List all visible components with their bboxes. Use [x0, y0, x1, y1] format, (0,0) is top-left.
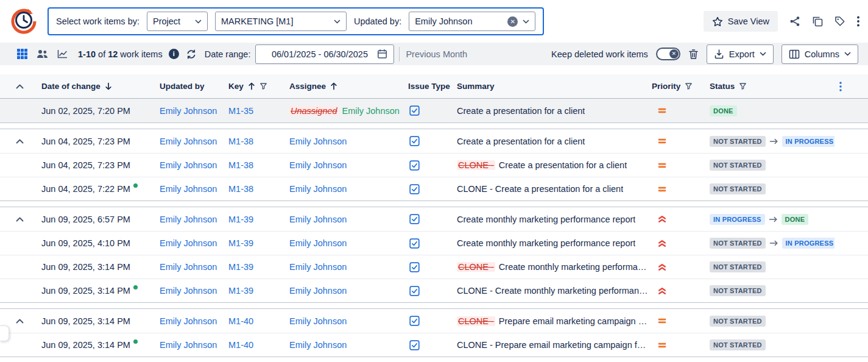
assignee-link[interactable]: Emily Johnson	[289, 184, 347, 194]
task-checkbox-icon	[409, 160, 420, 171]
updated-by-link[interactable]: Emily Johnson	[160, 184, 217, 194]
filter-type-select[interactable]: Project	[147, 12, 208, 31]
updated-by-link[interactable]: Emily Johnson	[160, 316, 217, 326]
clear-icon[interactable]: ✕	[507, 16, 518, 27]
sort-desc-icon[interactable]	[105, 82, 112, 90]
assignee-link[interactable]: Emily Johnson	[289, 137, 347, 146]
chevron-down-icon	[195, 20, 202, 24]
floating-widget[interactable]	[0, 325, 9, 341]
table-options-kebab-icon[interactable]	[834, 82, 868, 91]
project-select[interactable]: MARKETING [M1]	[215, 12, 347, 31]
priority-high-icon	[658, 287, 666, 295]
key-link[interactable]: M1-39	[228, 286, 253, 296]
assignee-link[interactable]: Emily Johnson	[289, 340, 347, 350]
tag-icon[interactable]	[834, 16, 845, 27]
info-icon[interactable]: i	[169, 49, 179, 59]
export-button[interactable]: Export	[707, 44, 774, 64]
updated-by-link[interactable]: Emily Johnson	[160, 160, 217, 170]
updated-by-link[interactable]: Emily Johnson	[160, 262, 217, 272]
table-row[interactable]: Jun 09, 2025, 3:14 PMEmily JohnsonM1-40E…	[0, 309, 868, 333]
row-end-cell	[834, 154, 868, 177]
chevron-down-icon	[760, 52, 766, 56]
key-link[interactable]: M1-40	[228, 340, 253, 350]
key-link[interactable]: M1-39	[228, 262, 253, 272]
updated-by-link[interactable]: Emily Johnson	[160, 106, 217, 116]
assignee-link[interactable]: Emily Johnson	[289, 160, 347, 170]
assignee-link[interactable]: Emily Johnson	[289, 262, 347, 272]
date-of-change: Jun 09, 2025, 3:14 PM	[39, 279, 157, 302]
issue-type-cell	[406, 177, 454, 201]
assignee-link[interactable]: Emily Johnson	[289, 215, 347, 224]
previous-month-link[interactable]: Previous Month	[406, 49, 467, 59]
app-logo-icon[interactable]	[10, 7, 38, 35]
duplicate-icon[interactable]	[812, 16, 823, 27]
work-item-filter-panel: Select work items by: Project MARKETING …	[48, 7, 544, 35]
table-row[interactable]: Jun 02, 2025, 7:20 PMEmily JohnsonM1-35U…	[0, 99, 868, 122]
assignee-link[interactable]: Emily Johnson	[289, 286, 347, 296]
col-status: Status	[710, 82, 735, 91]
refresh-icon[interactable]	[186, 49, 196, 59]
date-text: Jun 09, 2025, 3:14 PM	[41, 262, 130, 272]
assignee-link[interactable]: Emily Johnson	[289, 238, 347, 248]
priority-cell	[649, 129, 707, 153]
filter-icon[interactable]	[739, 82, 747, 90]
collapse-group-icon[interactable]	[16, 319, 24, 324]
key-link[interactable]: M1-38	[228, 160, 253, 170]
status-cell: NOT STARTED	[707, 333, 834, 357]
date-text: Jun 04, 2025, 7:23 PM	[41, 160, 130, 170]
work-item-count: 1-10 of 12 work items	[78, 49, 163, 59]
col-assignee: Assignee	[289, 82, 326, 91]
status-cell: NOT STARTEDIN PROGRESS	[707, 232, 834, 255]
task-checkbox-icon	[409, 214, 420, 224]
calendar-icon[interactable]	[377, 49, 387, 59]
task-checkbox-icon	[409, 105, 420, 116]
key-link[interactable]: M1-38	[228, 137, 253, 146]
key-link[interactable]: M1-39	[228, 215, 253, 224]
table-row[interactable]: Jun 04, 2025, 7:23 PMEmily JohnsonM1-38E…	[0, 153, 868, 177]
collapse-all-icon[interactable]	[0, 84, 39, 89]
updated-by-link[interactable]: Emily Johnson	[160, 340, 217, 350]
table-row[interactable]: Jun 09, 2025, 3:14 PMEmily JohnsonM1-39E…	[0, 279, 868, 302]
table-row[interactable]: Jun 04, 2025, 7:23 PMEmily JohnsonM1-38E…	[0, 129, 868, 153]
updated-by-cell: Emily Johnson	[157, 255, 226, 279]
table-row[interactable]: Jun 09, 2025, 6:57 PMEmily JohnsonM1-39E…	[0, 207, 868, 231]
updated-by-link[interactable]: Emily Johnson	[160, 215, 217, 224]
filter-icon[interactable]	[259, 82, 267, 90]
key-link[interactable]: M1-39	[228, 238, 253, 248]
collapse-group-icon[interactable]	[16, 139, 24, 144]
updated-by-link[interactable]: Emily Johnson	[160, 137, 217, 146]
collapse-group-icon[interactable]	[16, 217, 24, 222]
caret-cell	[0, 232, 39, 255]
status-cell: NOT STARTED	[707, 154, 834, 177]
summary-text: Create monthly marketing performance rep…	[457, 238, 635, 248]
key-link[interactable]: M1-35	[228, 106, 253, 116]
count-range: 1-10	[78, 49, 96, 59]
key-link[interactable]: M1-38	[228, 184, 253, 194]
trash-icon[interactable]	[688, 49, 699, 60]
table-view-icon[interactable]	[17, 49, 27, 59]
project-value: MARKETING [M1]	[221, 16, 329, 26]
updated-by-link[interactable]: Emily Johnson	[160, 286, 217, 296]
issue-type-cell	[406, 154, 454, 177]
table-row[interactable]: Jun 09, 2025, 3:14 PMEmily JohnsonM1-40E…	[0, 333, 868, 357]
date-range-input[interactable]: 06/01/2025 - 06/30/2025	[255, 44, 394, 64]
key-cell: M1-40	[226, 309, 287, 333]
columns-button[interactable]: Columns	[782, 44, 858, 64]
filter-icon[interactable]	[685, 82, 693, 90]
table-row[interactable]: Jun 09, 2025, 4:10 PMEmily JohnsonM1-39E…	[0, 231, 868, 255]
sort-asc-icon[interactable]	[248, 82, 255, 90]
table-row[interactable]: Jun 09, 2025, 3:14 PMEmily JohnsonM1-39E…	[0, 255, 868, 279]
sort-asc-icon[interactable]	[330, 82, 337, 90]
updated-by-link[interactable]: Emily Johnson	[160, 238, 217, 248]
kebab-menu-icon[interactable]	[857, 16, 859, 27]
save-view-button[interactable]: Save View	[704, 11, 778, 32]
share-icon[interactable]	[789, 16, 800, 27]
chart-view-icon[interactable]	[57, 49, 68, 59]
updated-by-cell: Emily Johnson	[157, 154, 226, 177]
keep-deleted-toggle[interactable]: ✕	[656, 48, 680, 60]
table-row[interactable]: Jun 04, 2025, 7:22 PMEmily JohnsonM1-38E…	[0, 177, 868, 201]
key-link[interactable]: M1-40	[228, 316, 253, 326]
assignee-link[interactable]: Emily Johnson	[289, 316, 347, 326]
updated-by-combobox[interactable]: Emily Johnson ✕	[409, 12, 535, 31]
people-view-icon[interactable]	[37, 49, 48, 59]
